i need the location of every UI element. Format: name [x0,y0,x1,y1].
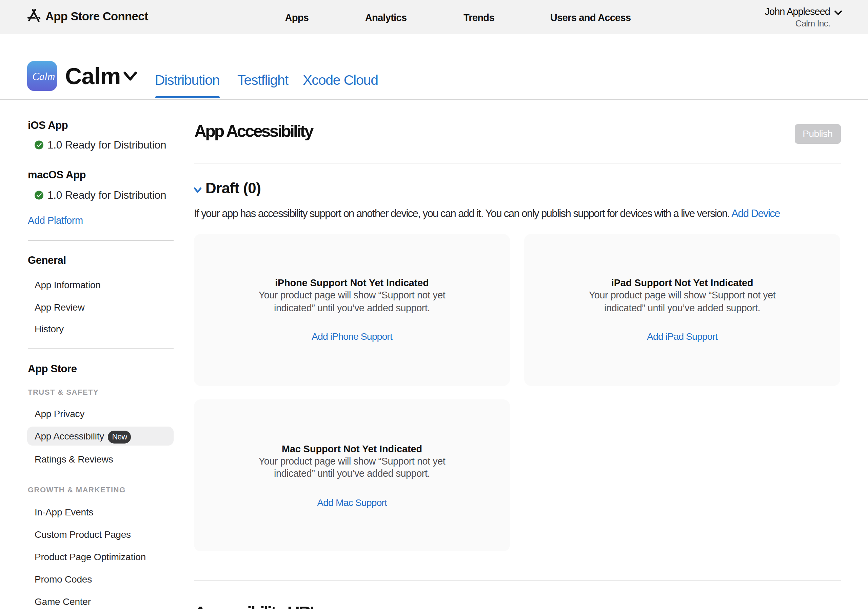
svg-text:Calm: Calm [32,71,55,82]
